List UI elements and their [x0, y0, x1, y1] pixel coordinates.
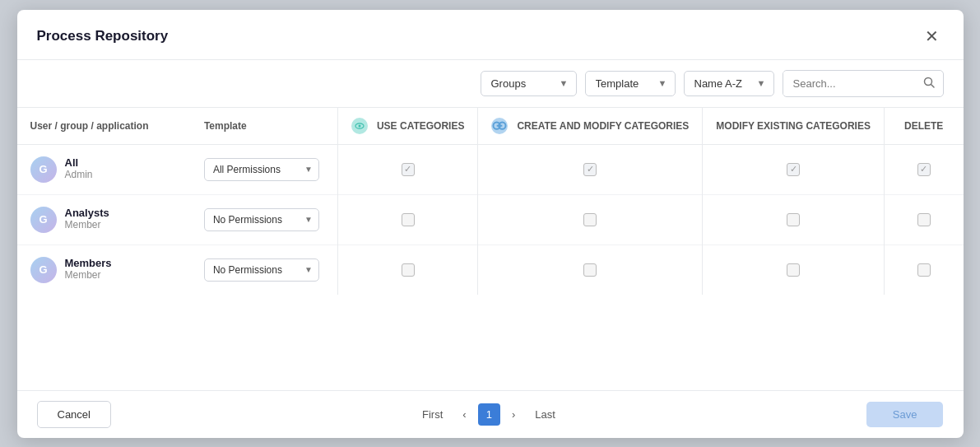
delete-checkbox-members[interactable] — [917, 263, 931, 277]
search-wrapper — [783, 70, 944, 97]
toolbar: Groups Users Applications ▼ Template Pro… — [17, 60, 964, 108]
table-row: G Members Member All PermissionsNo Permi… — [17, 244, 964, 295]
col-header-template: Template — [191, 108, 338, 145]
eye-icon — [355, 121, 365, 131]
delete-cell-analysts — [884, 194, 963, 244]
last-page-button[interactable]: Last — [527, 403, 564, 426]
modify-checkbox-members[interactable] — [787, 263, 800, 277]
use-cat-cell-all: ✓ — [337, 144, 477, 194]
template-cell-members: All PermissionsNo PermissionsCustom ▼ — [191, 244, 338, 295]
sort-filter-select[interactable]: Name A-Z Name Z-A — [684, 71, 774, 96]
user-name-members: Members — [65, 257, 112, 269]
delete-cell-members — [884, 244, 963, 295]
save-button[interactable]: Save — [866, 402, 944, 427]
table-row: G Analysts Member All PermissionsNo Perm… — [17, 194, 964, 244]
current-page-button[interactable]: 1 — [478, 403, 500, 426]
user-name-all: All — [65, 156, 93, 169]
create-checkbox-all[interactable]: ✓ — [583, 163, 597, 176]
perm-select-wrapper-analysts: All PermissionsNo PermissionsCustom ▼ — [204, 208, 319, 231]
user-info-analysts: Analysts Member — [65, 207, 109, 230]
use-checkbox-analysts[interactable] — [402, 213, 415, 226]
group-filter-wrapper: Groups Users Applications ▼ — [481, 71, 577, 96]
next-page-button[interactable]: › — [504, 403, 523, 426]
search-button[interactable] — [915, 71, 943, 96]
use-categories-icon — [351, 118, 368, 134]
use-checkbox-members[interactable] — [402, 263, 415, 277]
modify-cat-cell-members — [703, 244, 885, 295]
user-cell-members: G Members Member — [17, 244, 191, 295]
table-row: G All Admin All PermissionsNo Permission… — [17, 144, 964, 194]
modify-checkbox-all[interactable]: ✓ — [787, 163, 800, 176]
sort-filter-wrapper: Name A-Z Name Z-A ▼ — [684, 71, 774, 96]
modal-footer: Cancel First ‹ 1 › Last Save — [17, 390, 964, 438]
user-name-analysts: Analysts — [65, 207, 109, 219]
close-button[interactable]: ✕ — [920, 25, 944, 48]
create-cat-cell-all: ✓ — [478, 144, 703, 194]
user-role-all: Admin — [65, 169, 93, 180]
col-header-modify-categories: MODIFY EXISTING CATEGORIES — [703, 108, 885, 145]
permissions-table: User / group / application Template — [17, 108, 964, 295]
type-filter-select[interactable]: Template Process All — [585, 71, 676, 96]
cancel-button[interactable]: Cancel — [37, 401, 111, 428]
use-checkbox-all[interactable]: ✓ — [402, 163, 415, 176]
perm-select-members[interactable]: All PermissionsNo PermissionsCustom — [204, 258, 319, 282]
use-cat-cell-analysts — [337, 194, 477, 244]
link-icon — [491, 120, 508, 131]
permissions-table-wrapper: User / group / application Template — [17, 108, 964, 390]
col-header-create-categories: CREATE AND MODIFY CATEGORIES — [478, 108, 703, 145]
search-icon — [923, 77, 935, 88]
user-cell-all: G All Admin — [17, 144, 191, 194]
create-categories-icon — [491, 118, 508, 134]
avatar-members: G — [30, 257, 57, 283]
delete-cell-all: ✓ — [884, 144, 963, 194]
create-cat-cell-analysts — [478, 194, 703, 244]
modal-header: Process Repository ✕ — [17, 10, 964, 60]
perm-select-wrapper-all: All PermissionsNo PermissionsCustom ▼ — [204, 158, 319, 181]
perm-select-wrapper-members: All PermissionsNo PermissionsCustom ▼ — [204, 258, 319, 282]
template-cell-analysts: All PermissionsNo PermissionsCustom ▼ — [191, 194, 338, 244]
user-cell-analysts: G Analysts Member — [17, 194, 191, 244]
create-checkbox-members[interactable] — [583, 263, 597, 277]
avatar-all: G — [30, 156, 57, 183]
col-header-use-categories: USE CATEGORIES — [337, 108, 477, 145]
group-filter-select[interactable]: Groups Users Applications — [481, 71, 577, 96]
search-input[interactable] — [783, 72, 915, 95]
col-header-user: User / group / application — [17, 108, 191, 145]
modify-cat-cell-analysts — [703, 194, 885, 244]
perm-select-analysts[interactable]: All PermissionsNo PermissionsCustom — [204, 208, 319, 231]
delete-checkbox-all[interactable]: ✓ — [917, 163, 931, 176]
use-cat-cell-members — [337, 244, 477, 295]
delete-checkbox-analysts[interactable] — [917, 213, 931, 226]
pagination: First ‹ 1 › Last — [414, 403, 564, 426]
user-info-all: All Admin — [65, 156, 93, 180]
modify-checkbox-analysts[interactable] — [787, 213, 800, 226]
perm-select-all[interactable]: All PermissionsNo PermissionsCustom — [204, 158, 319, 181]
type-filter-wrapper: Template Process All ▼ — [585, 71, 676, 96]
template-cell-all: All PermissionsNo PermissionsCustom ▼ — [191, 144, 338, 194]
modal-title: Process Repository — [37, 28, 169, 44]
create-cat-cell-members — [478, 244, 703, 295]
user-role-members: Member — [65, 269, 112, 281]
process-repository-modal: Process Repository ✕ Groups Users Applic… — [17, 10, 964, 438]
modify-cat-cell-all: ✓ — [703, 144, 885, 194]
first-page-button[interactable]: First — [414, 403, 451, 426]
user-info-members: Members Member — [65, 257, 112, 281]
svg-point-3 — [358, 124, 360, 127]
avatar-analysts: G — [30, 207, 57, 233]
prev-page-button[interactable]: ‹ — [454, 403, 474, 426]
col-header-delete: DELETE — [884, 108, 963, 145]
user-role-analysts: Member — [65, 219, 109, 230]
create-checkbox-analysts[interactable] — [583, 213, 597, 226]
svg-line-1 — [931, 84, 934, 87]
